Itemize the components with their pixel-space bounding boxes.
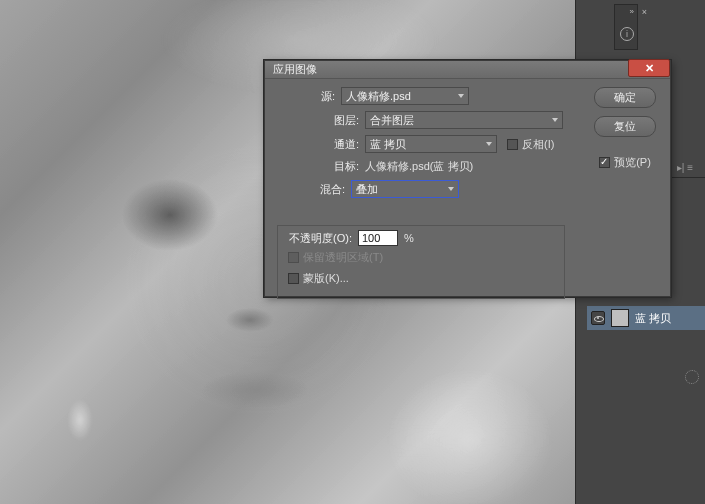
dialog-titlebar[interactable]: 应用图像 ✕: [265, 61, 670, 79]
target-label: 目标:: [275, 159, 365, 174]
mask-label: 蒙版(K)...: [303, 271, 349, 286]
ok-button[interactable]: 确定: [594, 87, 656, 108]
loading-icon: [685, 370, 699, 384]
collapsed-panel[interactable]: » × i: [614, 4, 638, 50]
mask-checkbox[interactable]: [288, 273, 299, 284]
target-value: 人像精修.psd(蓝 拷贝): [365, 159, 473, 174]
dialog-title: 应用图像: [273, 62, 317, 77]
channel-select[interactable]: 蓝 拷贝: [365, 135, 497, 153]
blend-select[interactable]: 叠加: [351, 180, 459, 198]
panel-close-icon[interactable]: ×: [642, 7, 647, 17]
close-button[interactable]: ✕: [628, 59, 670, 77]
options-group: 不透明度(O): % 保留透明区域(T) 蒙版(K)...: [277, 225, 565, 299]
expand-icon[interactable]: »: [630, 7, 634, 16]
info-icon[interactable]: i: [620, 27, 634, 41]
opacity-input[interactable]: [358, 230, 398, 246]
blend-label: 混合:: [275, 182, 351, 197]
preview-checkbox[interactable]: [599, 157, 610, 168]
visibility-eye-icon[interactable]: [591, 311, 605, 325]
source-select[interactable]: 人像精修.psd: [341, 87, 469, 105]
preserve-label: 保留透明区域(T): [303, 250, 383, 265]
source-label: 源:: [275, 89, 341, 104]
panel-menu-icon[interactable]: ▸| ≡: [677, 162, 693, 173]
invert-label: 反相(I): [522, 137, 554, 152]
invert-checkbox[interactable]: [507, 139, 518, 150]
layer-row[interactable]: 蓝 拷贝: [587, 306, 705, 330]
reset-button[interactable]: 复位: [594, 116, 656, 137]
layer-name-label: 蓝 拷贝: [635, 311, 671, 326]
layer-thumbnail[interactable]: [611, 309, 629, 327]
preview-label: 预览(P): [614, 155, 651, 170]
channel-label: 通道:: [275, 137, 365, 152]
preserve-checkbox: [288, 252, 299, 263]
opacity-label: 不透明度(O):: [282, 231, 358, 246]
layer-label: 图层:: [275, 113, 365, 128]
dialog-buttons: 确定 复位 预览(P): [592, 87, 658, 170]
opacity-pct: %: [404, 232, 414, 244]
apply-image-dialog: 应用图像 ✕ 源: 人像精修.psd 图层: 合并图层 通道: 蓝 拷贝 反相(…: [264, 60, 671, 297]
layer-select[interactable]: 合并图层: [365, 111, 563, 129]
